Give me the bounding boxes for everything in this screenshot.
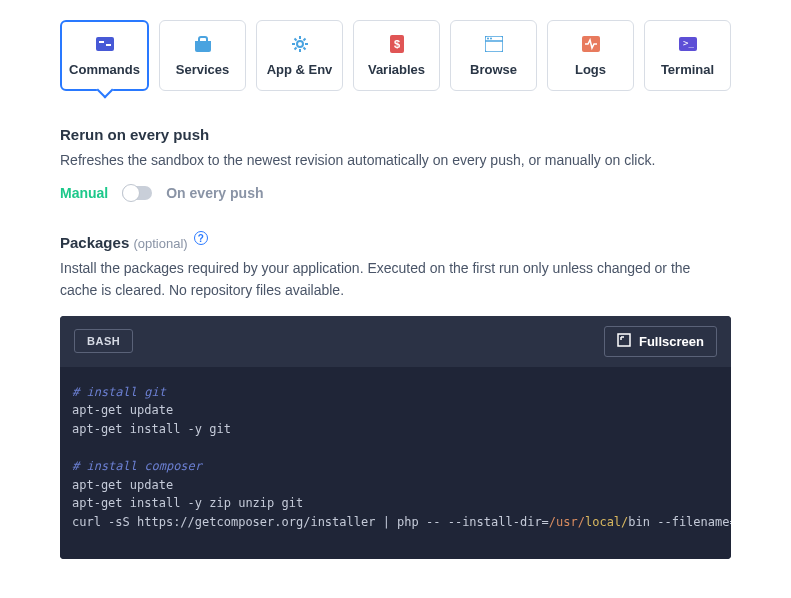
packages-section: Packages (optional) ? Install the packag… [60, 231, 731, 559]
push-label: On every push [166, 185, 263, 201]
tab-label: Logs [575, 62, 606, 77]
svg-rect-13 [618, 334, 630, 346]
fullscreen-button[interactable]: Fullscreen [604, 326, 717, 357]
packages-desc: Install the packages required by your ap… [60, 257, 731, 302]
svg-rect-2 [106, 44, 111, 46]
packages-title-text: Packages [60, 234, 129, 251]
code-lang-badge[interactable]: BASH [74, 329, 133, 353]
dollar-file-icon: $ [387, 34, 407, 54]
tab-services[interactable]: Services [159, 20, 246, 91]
code-editor[interactable]: # install git apt-get update apt-get ins… [60, 367, 731, 560]
svg-rect-0 [96, 37, 114, 51]
help-icon[interactable]: ? [194, 231, 208, 245]
rerun-desc: Refreshes the sandbox to the newest revi… [60, 149, 731, 171]
packages-code-block: BASH Fullscreen # install git apt-get up… [60, 316, 731, 560]
tab-label: Commands [69, 62, 140, 77]
svg-point-8 [487, 38, 489, 40]
fullscreen-icon [617, 333, 631, 350]
terminal-icon: >_ [678, 34, 698, 54]
rerun-section: Rerun on every push Refreshes the sandbo… [60, 126, 731, 201]
svg-text:$: $ [393, 38, 399, 50]
rerun-toggle-row: Manual On every push [60, 185, 731, 201]
toggle-knob [122, 184, 140, 202]
toolbox-icon [193, 34, 213, 54]
activity-icon [581, 34, 601, 54]
tab-label: Browse [470, 62, 517, 77]
gear-icon [290, 34, 310, 54]
packages-title: Packages (optional) ? [60, 231, 731, 251]
tab-label: Services [176, 62, 230, 77]
svg-rect-1 [99, 41, 104, 43]
tab-app-env[interactable]: App & Env [256, 20, 343, 91]
packages-optional: (optional) [133, 236, 187, 251]
tab-commands[interactable]: Commands [60, 20, 149, 91]
window-icon [484, 34, 504, 54]
terminal-square-icon [95, 34, 115, 54]
tab-label: Terminal [661, 62, 714, 77]
tab-browse[interactable]: Browse [450, 20, 537, 91]
svg-point-9 [490, 38, 492, 40]
svg-point-3 [297, 41, 303, 47]
tab-label: Variables [368, 62, 425, 77]
tab-variables[interactable]: $ Variables [353, 20, 440, 91]
tab-label: App & Env [267, 62, 333, 77]
tab-terminal[interactable]: >_ Terminal [644, 20, 731, 91]
tab-bar: Commands Services App & Env $ Variables … [60, 20, 731, 91]
tab-logs[interactable]: Logs [547, 20, 634, 91]
manual-label: Manual [60, 185, 108, 201]
code-header: BASH Fullscreen [60, 316, 731, 367]
fullscreen-label: Fullscreen [639, 334, 704, 349]
rerun-toggle[interactable] [122, 186, 152, 200]
rerun-title: Rerun on every push [60, 126, 731, 143]
svg-text:>_: >_ [683, 38, 694, 48]
